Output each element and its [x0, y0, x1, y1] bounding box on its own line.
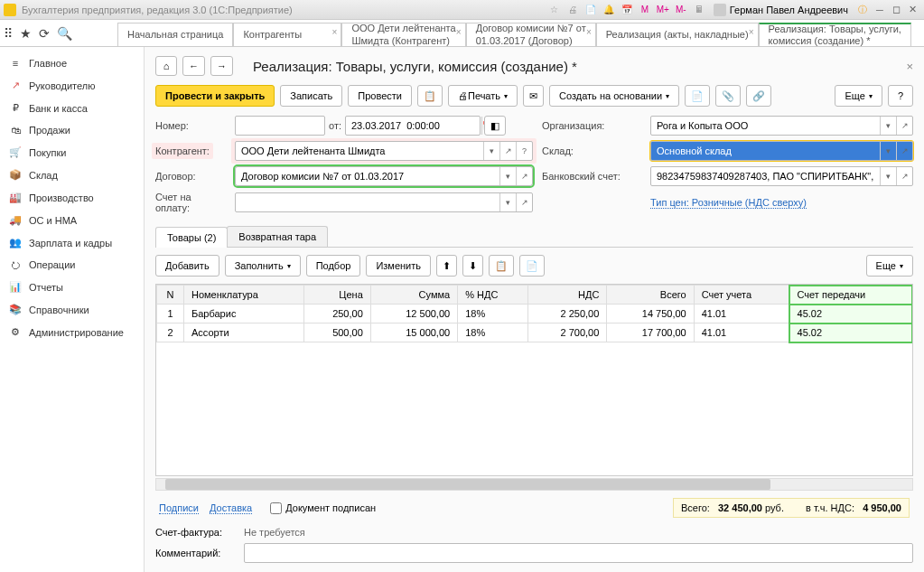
write-button[interactable]: Записать — [280, 85, 342, 107]
sidebar-item-bank[interactable]: ₽Банк и касса — [0, 97, 144, 119]
delivery-link[interactable]: Доставка — [210, 502, 252, 514]
add-button[interactable]: Добавить — [155, 255, 219, 277]
window-close[interactable]: ✕ — [905, 4, 919, 16]
open-icon[interactable]: ↗ — [516, 193, 532, 211]
tab-realizaciya-list[interactable]: Реализация (акты, накладные)× — [596, 23, 759, 46]
history-icon[interactable]: ⟳ — [39, 26, 50, 41]
invoice-input[interactable]: ▾↗ — [235, 192, 533, 212]
more-table-button[interactable]: Еще▾ — [866, 255, 913, 277]
col-acc2[interactable]: Счет передачи — [789, 286, 911, 305]
icon-button[interactable]: 📄 — [685, 85, 710, 107]
back-button[interactable]: ← — [182, 56, 205, 76]
apps-icon[interactable]: ⠿ — [4, 26, 13, 41]
doc-signed-checkbox[interactable]: Документ подписан — [270, 502, 376, 514]
comment-input[interactable] — [244, 543, 913, 563]
warehouse-input[interactable]: ▾↗ — [650, 141, 913, 161]
mail-button[interactable]: ✉ — [523, 85, 544, 107]
toolbar-icon[interactable]: 📄 — [584, 4, 597, 16]
number-input[interactable] — [235, 116, 325, 136]
create-based-button[interactable]: Создать на основании▾ — [549, 85, 679, 107]
dropdown-icon[interactable]: ▾ — [483, 142, 499, 160]
sidebar-item-operations[interactable]: ⭮Операции — [0, 254, 144, 276]
col-price[interactable]: Цена — [303, 286, 370, 305]
search-icon[interactable]: 🔍 — [57, 26, 72, 41]
toolbar-m-icon[interactable]: M- — [675, 4, 687, 16]
help-button[interactable]: ? — [888, 85, 913, 107]
pick-button[interactable]: Подбор — [306, 255, 361, 277]
sidebar-item-os[interactable]: 🚚ОС и НМА — [0, 209, 144, 231]
dropdown-icon[interactable]: ▾ — [880, 117, 896, 135]
tab-return-tara[interactable]: Возвратная тара — [227, 226, 328, 247]
user-badge[interactable]: Герман Павел Андреевич — [714, 4, 848, 16]
dropdown-icon[interactable]: ▾ — [880, 167, 896, 185]
price-type-link[interactable]: Тип цен: Розничные (НДС сверху) — [650, 197, 807, 209]
table-row[interactable]: 1Барбарис 250,0012 500,00 18%2 250,00 14… — [157, 305, 912, 324]
copy-button[interactable]: 📋 — [489, 255, 514, 277]
dropdown-icon[interactable]: ▾ — [499, 193, 516, 211]
bank-input[interactable]: ▾↗ — [650, 166, 913, 186]
org-input[interactable]: ▾↗ — [650, 116, 913, 136]
col-acc[interactable]: Счет учета — [694, 286, 789, 305]
toolbar-icon[interactable]: 🖩 — [693, 4, 705, 16]
sidebar-item-main[interactable]: ≡Главное — [0, 52, 144, 74]
dropdown-icon[interactable]: ▾ — [499, 167, 516, 185]
sidebar-item-purchases[interactable]: 🛒Покупки — [0, 141, 144, 164]
page-close-icon[interactable]: × — [906, 60, 913, 73]
tab-close-icon[interactable]: × — [586, 27, 592, 38]
sidebar-item-salary[interactable]: 👥Зарплата и кадры — [0, 231, 144, 254]
sidebar-item-production[interactable]: 🏭Производство — [0, 186, 144, 209]
open-icon[interactable]: ↗ — [896, 117, 912, 135]
toolbar-icon[interactable]: 📅 — [621, 4, 633, 16]
tab-realizaciya-form[interactable]: Реализация: Товары, услуги,комиссия (соз… — [759, 23, 911, 46]
sidebar-item-warehouse[interactable]: 📦Склад — [0, 164, 144, 186]
home-button[interactable]: ⌂ — [155, 56, 177, 76]
sidebar-item-sales[interactable]: 🛍Продажи — [0, 119, 144, 141]
col-total[interactable]: Всего — [607, 286, 694, 305]
tab-contragents[interactable]: Контрагенты× — [233, 23, 341, 46]
link-button[interactable]: 🔗 — [746, 85, 771, 107]
tab-start[interactable]: Начальная страница — [117, 23, 233, 46]
tab-close-icon[interactable]: × — [749, 27, 754, 38]
table-scrollbar[interactable] — [155, 478, 913, 491]
toolbar-icon[interactable]: 🖨 — [566, 4, 579, 16]
toolbar-icon[interactable]: 🔔 — [602, 4, 615, 16]
post-and-close-button[interactable]: Провести и закрыть — [155, 85, 275, 107]
tab-contragent-item[interactable]: ООО Дети лейтенантаШмидта (Контрагент)× — [341, 23, 465, 46]
signatures-link[interactable]: Подписи — [159, 502, 199, 514]
col-ndsp[interactable]: % НДС — [458, 286, 528, 305]
dt-icon-button[interactable]: 📋 — [417, 85, 443, 107]
window-maximize[interactable]: ◻ — [889, 4, 903, 16]
toolbar-icon[interactable]: ☆ — [548, 4, 561, 16]
col-n[interactable]: N — [157, 286, 184, 305]
open-icon[interactable]: ↗ — [516, 167, 532, 185]
dropdown-icon[interactable]: ▾ — [880, 142, 896, 160]
col-sum[interactable]: Сумма — [370, 286, 457, 305]
open-icon[interactable]: ↗ — [896, 142, 912, 160]
tab-goods[interactable]: Товары (2) — [155, 227, 228, 248]
contragent-input[interactable]: ▾↗? — [235, 141, 533, 161]
open-icon[interactable]: ↗ — [896, 167, 912, 185]
window-minimize[interactable]: ─ — [873, 4, 887, 16]
down-button[interactable]: ⬇ — [462, 255, 483, 277]
sidebar-item-directories[interactable]: 📚Справочники — [0, 298, 144, 321]
sidebar-item-reports[interactable]: 📊Отчеты — [0, 276, 144, 298]
date-input[interactable]: 📅 — [345, 116, 481, 136]
fill-button[interactable]: Заполнить▾ — [225, 255, 301, 277]
change-button[interactable]: Изменить — [366, 255, 431, 277]
more-button[interactable]: Еще▾ — [835, 85, 882, 107]
help-icon[interactable]: ? — [516, 142, 532, 160]
col-name[interactable]: Номенклатура — [184, 286, 304, 305]
star-icon[interactable]: ★ — [20, 26, 32, 41]
tab-close-icon[interactable]: × — [332, 27, 338, 38]
icon-button[interactable]: ◧ — [484, 116, 506, 136]
toolbar-m-icon[interactable]: M — [639, 4, 651, 16]
tab-dogovor[interactable]: Договор комисии №7 от01.03.2017 (Договор… — [466, 23, 596, 46]
table-row[interactable]: 2Ассорти 500,0015 000,00 18%2 700,00 17 … — [157, 324, 912, 342]
toolbar-m-icon[interactable]: M+ — [657, 4, 669, 16]
forward-button[interactable]: → — [210, 56, 233, 76]
contract-input[interactable]: ▾↗ — [235, 166, 533, 186]
up-button[interactable]: ⬆ — [436, 255, 457, 277]
tab-close-icon[interactable]: × — [456, 27, 462, 38]
post-button[interactable]: Провести — [348, 85, 412, 107]
print-button[interactable]: 🖨 Печать▾ — [448, 85, 518, 107]
